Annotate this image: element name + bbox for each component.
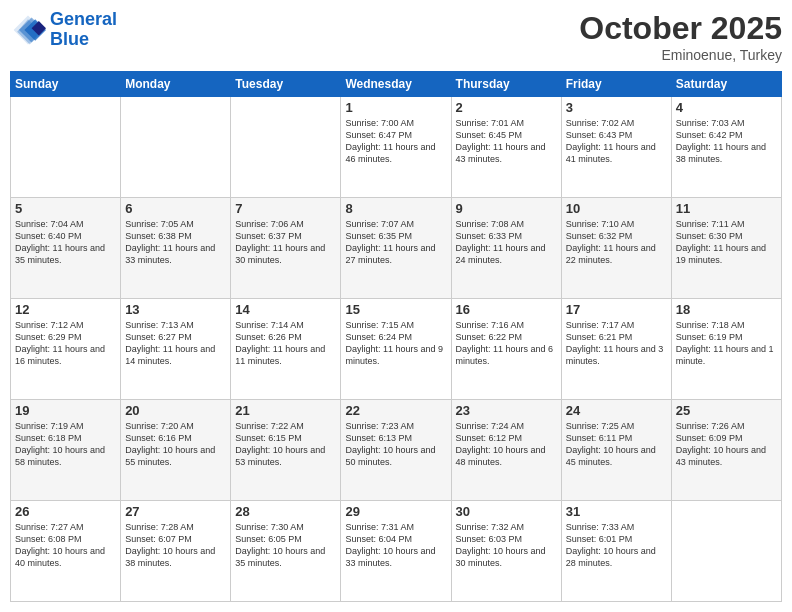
- logo: General Blue: [10, 10, 117, 50]
- calendar-table: Sunday Monday Tuesday Wednesday Thursday…: [10, 71, 782, 602]
- table-row: 11Sunrise: 7:11 AM Sunset: 6:30 PM Dayli…: [671, 198, 781, 299]
- table-row: 13Sunrise: 7:13 AM Sunset: 6:27 PM Dayli…: [121, 299, 231, 400]
- calendar-week-row: 5Sunrise: 7:04 AM Sunset: 6:40 PM Daylig…: [11, 198, 782, 299]
- table-row: 24Sunrise: 7:25 AM Sunset: 6:11 PM Dayli…: [561, 400, 671, 501]
- day-number: 29: [345, 504, 446, 519]
- day-number: 10: [566, 201, 667, 216]
- day-info: Sunrise: 7:12 AM Sunset: 6:29 PM Dayligh…: [15, 319, 116, 368]
- calendar-week-row: 19Sunrise: 7:19 AM Sunset: 6:18 PM Dayli…: [11, 400, 782, 501]
- day-info: Sunrise: 7:23 AM Sunset: 6:13 PM Dayligh…: [345, 420, 446, 469]
- month-title: October 2025: [579, 10, 782, 47]
- day-number: 28: [235, 504, 336, 519]
- day-info: Sunrise: 7:22 AM Sunset: 6:15 PM Dayligh…: [235, 420, 336, 469]
- table-row: 8Sunrise: 7:07 AM Sunset: 6:35 PM Daylig…: [341, 198, 451, 299]
- header-thursday: Thursday: [451, 72, 561, 97]
- day-info: Sunrise: 7:07 AM Sunset: 6:35 PM Dayligh…: [345, 218, 446, 267]
- calendar-week-row: 12Sunrise: 7:12 AM Sunset: 6:29 PM Dayli…: [11, 299, 782, 400]
- table-row: 9Sunrise: 7:08 AM Sunset: 6:33 PM Daylig…: [451, 198, 561, 299]
- day-info: Sunrise: 7:17 AM Sunset: 6:21 PM Dayligh…: [566, 319, 667, 368]
- logo-text: General Blue: [50, 10, 117, 50]
- day-info: Sunrise: 7:02 AM Sunset: 6:43 PM Dayligh…: [566, 117, 667, 166]
- day-info: Sunrise: 7:25 AM Sunset: 6:11 PM Dayligh…: [566, 420, 667, 469]
- day-info: Sunrise: 7:31 AM Sunset: 6:04 PM Dayligh…: [345, 521, 446, 570]
- table-row: 4Sunrise: 7:03 AM Sunset: 6:42 PM Daylig…: [671, 97, 781, 198]
- calendar-week-row: 1Sunrise: 7:00 AM Sunset: 6:47 PM Daylig…: [11, 97, 782, 198]
- table-row: [231, 97, 341, 198]
- day-info: Sunrise: 7:00 AM Sunset: 6:47 PM Dayligh…: [345, 117, 446, 166]
- table-row: 16Sunrise: 7:16 AM Sunset: 6:22 PM Dayli…: [451, 299, 561, 400]
- logo-line1: General: [50, 9, 117, 29]
- day-info: Sunrise: 7:14 AM Sunset: 6:26 PM Dayligh…: [235, 319, 336, 368]
- day-number: 15: [345, 302, 446, 317]
- day-number: 12: [15, 302, 116, 317]
- table-row: 28Sunrise: 7:30 AM Sunset: 6:05 PM Dayli…: [231, 501, 341, 602]
- day-number: 3: [566, 100, 667, 115]
- day-info: Sunrise: 7:32 AM Sunset: 6:03 PM Dayligh…: [456, 521, 557, 570]
- day-info: Sunrise: 7:24 AM Sunset: 6:12 PM Dayligh…: [456, 420, 557, 469]
- table-row: 31Sunrise: 7:33 AM Sunset: 6:01 PM Dayli…: [561, 501, 671, 602]
- day-number: 11: [676, 201, 777, 216]
- day-number: 23: [456, 403, 557, 418]
- header-wednesday: Wednesday: [341, 72, 451, 97]
- table-row: [11, 97, 121, 198]
- day-info: Sunrise: 7:20 AM Sunset: 6:16 PM Dayligh…: [125, 420, 226, 469]
- table-row: 23Sunrise: 7:24 AM Sunset: 6:12 PM Dayli…: [451, 400, 561, 501]
- header-sunday: Sunday: [11, 72, 121, 97]
- table-row: 12Sunrise: 7:12 AM Sunset: 6:29 PM Dayli…: [11, 299, 121, 400]
- day-info: Sunrise: 7:08 AM Sunset: 6:33 PM Dayligh…: [456, 218, 557, 267]
- table-row: 5Sunrise: 7:04 AM Sunset: 6:40 PM Daylig…: [11, 198, 121, 299]
- day-info: Sunrise: 7:10 AM Sunset: 6:32 PM Dayligh…: [566, 218, 667, 267]
- calendar-header-row: Sunday Monday Tuesday Wednesday Thursday…: [11, 72, 782, 97]
- table-row: 18Sunrise: 7:18 AM Sunset: 6:19 PM Dayli…: [671, 299, 781, 400]
- title-block: October 2025 Eminoenue, Turkey: [579, 10, 782, 63]
- day-info: Sunrise: 7:18 AM Sunset: 6:19 PM Dayligh…: [676, 319, 777, 368]
- day-info: Sunrise: 7:11 AM Sunset: 6:30 PM Dayligh…: [676, 218, 777, 267]
- logo-icon: [10, 12, 46, 48]
- day-number: 19: [15, 403, 116, 418]
- day-info: Sunrise: 7:19 AM Sunset: 6:18 PM Dayligh…: [15, 420, 116, 469]
- table-row: 17Sunrise: 7:17 AM Sunset: 6:21 PM Dayli…: [561, 299, 671, 400]
- table-row: 27Sunrise: 7:28 AM Sunset: 6:07 PM Dayli…: [121, 501, 231, 602]
- day-number: 22: [345, 403, 446, 418]
- table-row: [671, 501, 781, 602]
- table-row: 20Sunrise: 7:20 AM Sunset: 6:16 PM Dayli…: [121, 400, 231, 501]
- day-number: 27: [125, 504, 226, 519]
- day-info: Sunrise: 7:03 AM Sunset: 6:42 PM Dayligh…: [676, 117, 777, 166]
- table-row: 25Sunrise: 7:26 AM Sunset: 6:09 PM Dayli…: [671, 400, 781, 501]
- table-row: 10Sunrise: 7:10 AM Sunset: 6:32 PM Dayli…: [561, 198, 671, 299]
- day-number: 9: [456, 201, 557, 216]
- day-info: Sunrise: 7:33 AM Sunset: 6:01 PM Dayligh…: [566, 521, 667, 570]
- table-row: 2Sunrise: 7:01 AM Sunset: 6:45 PM Daylig…: [451, 97, 561, 198]
- day-info: Sunrise: 7:01 AM Sunset: 6:45 PM Dayligh…: [456, 117, 557, 166]
- day-info: Sunrise: 7:16 AM Sunset: 6:22 PM Dayligh…: [456, 319, 557, 368]
- header: General Blue October 2025 Eminoenue, Tur…: [10, 10, 782, 63]
- day-number: 17: [566, 302, 667, 317]
- day-number: 20: [125, 403, 226, 418]
- day-number: 13: [125, 302, 226, 317]
- table-row: 19Sunrise: 7:19 AM Sunset: 6:18 PM Dayli…: [11, 400, 121, 501]
- day-number: 30: [456, 504, 557, 519]
- day-number: 31: [566, 504, 667, 519]
- table-row: 22Sunrise: 7:23 AM Sunset: 6:13 PM Dayli…: [341, 400, 451, 501]
- day-number: 2: [456, 100, 557, 115]
- day-number: 4: [676, 100, 777, 115]
- day-number: 24: [566, 403, 667, 418]
- logo-line2: Blue: [50, 29, 89, 49]
- day-number: 18: [676, 302, 777, 317]
- table-row: 30Sunrise: 7:32 AM Sunset: 6:03 PM Dayli…: [451, 501, 561, 602]
- table-row: 14Sunrise: 7:14 AM Sunset: 6:26 PM Dayli…: [231, 299, 341, 400]
- table-row: 6Sunrise: 7:05 AM Sunset: 6:38 PM Daylig…: [121, 198, 231, 299]
- day-number: 5: [15, 201, 116, 216]
- calendar-week-row: 26Sunrise: 7:27 AM Sunset: 6:08 PM Dayli…: [11, 501, 782, 602]
- day-info: Sunrise: 7:30 AM Sunset: 6:05 PM Dayligh…: [235, 521, 336, 570]
- table-row: [121, 97, 231, 198]
- table-row: 26Sunrise: 7:27 AM Sunset: 6:08 PM Dayli…: [11, 501, 121, 602]
- day-number: 26: [15, 504, 116, 519]
- header-saturday: Saturday: [671, 72, 781, 97]
- day-info: Sunrise: 7:05 AM Sunset: 6:38 PM Dayligh…: [125, 218, 226, 267]
- day-info: Sunrise: 7:04 AM Sunset: 6:40 PM Dayligh…: [15, 218, 116, 267]
- table-row: 7Sunrise: 7:06 AM Sunset: 6:37 PM Daylig…: [231, 198, 341, 299]
- header-monday: Monday: [121, 72, 231, 97]
- day-info: Sunrise: 7:06 AM Sunset: 6:37 PM Dayligh…: [235, 218, 336, 267]
- header-tuesday: Tuesday: [231, 72, 341, 97]
